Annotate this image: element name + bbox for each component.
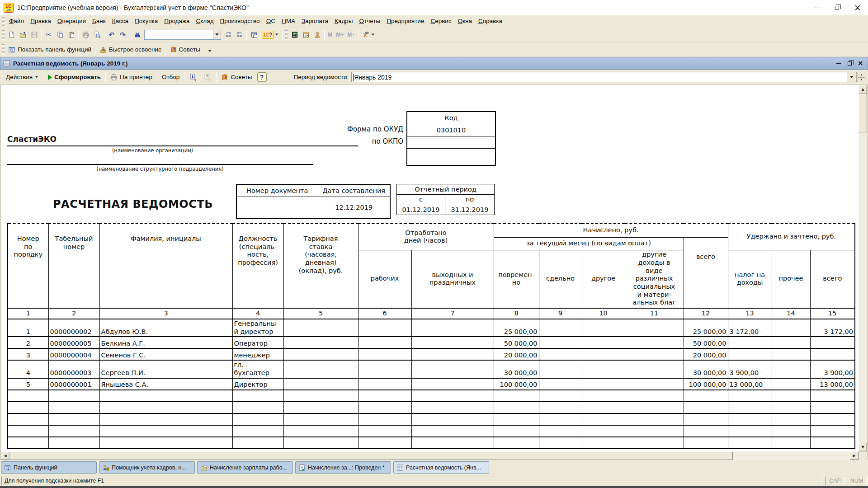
show-function-panel-button[interactable]: Показать панель функций xyxy=(6,44,97,55)
tips-button[interactable]: ? Советы xyxy=(168,44,206,55)
column-number[interactable]: 3 xyxy=(99,308,232,319)
table-cell[interactable] xyxy=(358,437,411,449)
okpo-value-cell[interactable] xyxy=(407,136,495,148)
table-cell[interactable] xyxy=(99,425,232,437)
table-cell[interactable] xyxy=(810,425,855,437)
table-cell[interactable] xyxy=(283,425,358,437)
table-cell[interactable] xyxy=(411,360,494,378)
group-header-withheld[interactable]: Удержано и зачтено, руб. xyxy=(728,224,855,250)
windows-list-button[interactable] xyxy=(248,29,259,40)
table-cell[interactable] xyxy=(810,390,855,402)
menu-os[interactable]: ОС xyxy=(263,16,278,26)
table-cell[interactable]: 5 xyxy=(8,378,48,390)
table-cell[interactable] xyxy=(625,378,684,390)
okud-value-cell[interactable]: 0301010 xyxy=(407,124,495,136)
table-cell[interactable] xyxy=(283,378,358,390)
table-cell[interactable]: 0000000001 xyxy=(48,378,99,390)
table-cell[interactable] xyxy=(283,319,358,337)
table-cell[interactable] xyxy=(728,348,772,360)
help-contents-button[interactable]: 1С? xyxy=(259,29,281,40)
advisor-button[interactable] xyxy=(311,29,323,40)
menu-enterprise[interactable]: Предприятие xyxy=(383,16,427,26)
vertical-scroll-thumb[interactable] xyxy=(859,94,867,132)
actions-button[interactable]: Действия xyxy=(3,72,42,82)
table-cell[interactable] xyxy=(494,425,539,437)
table-cell[interactable] xyxy=(48,413,99,425)
col-header-other-income[interactable]: другие доходы в виде различных социальны… xyxy=(625,250,684,308)
table-cell[interactable] xyxy=(494,390,539,402)
close-button[interactable]: ✕ xyxy=(847,0,868,15)
table-cell[interactable] xyxy=(539,378,582,390)
menu-windows[interactable]: Окна xyxy=(455,16,475,26)
restore-settings-button[interactable] xyxy=(200,72,215,83)
column-number[interactable]: 13 xyxy=(728,308,772,319)
column-number[interactable]: 12 xyxy=(684,308,728,319)
menu-sale[interactable]: Продажа xyxy=(161,16,193,26)
table-cell[interactable] xyxy=(411,402,494,413)
col-header-position[interactable]: Должность (специаль- ность, профессия) xyxy=(232,224,283,308)
table-cell[interactable] xyxy=(232,413,283,425)
column-number[interactable]: 6 xyxy=(358,308,411,319)
table-cell[interactable] xyxy=(772,437,810,449)
table-cell[interactable]: Абдулов Ю.В. xyxy=(99,319,232,337)
tab-payroll-list[interactable]: Начисление зарплаты рабо... xyxy=(197,461,293,474)
table-cell[interactable] xyxy=(539,425,582,437)
table-cell[interactable] xyxy=(810,348,855,360)
table-cell[interactable]: 13 000,00 xyxy=(810,378,855,390)
table-cell[interactable] xyxy=(772,360,810,378)
table-cell[interactable]: 3 172,00 xyxy=(810,319,855,337)
table-cell[interactable] xyxy=(539,402,582,413)
col-header-emp-no[interactable]: Табельный номер xyxy=(48,224,99,308)
tab-function-panel[interactable]: Панель функций xyxy=(1,461,97,474)
table-cell[interactable]: 50 000,00 xyxy=(494,337,539,348)
find-previous-button[interactable] xyxy=(234,29,245,40)
table-cell[interactable] xyxy=(728,337,772,348)
table-cell[interactable]: 2 xyxy=(8,337,48,348)
menu-help[interactable]: Справка xyxy=(475,16,505,26)
table-cell[interactable]: 0000000002 xyxy=(48,319,99,337)
table-cell[interactable] xyxy=(582,425,625,437)
table-cell[interactable] xyxy=(283,402,358,413)
table-cell[interactable] xyxy=(772,319,810,337)
subgroup-header-current-month[interactable]: за текущий месяц (по видам оплат) xyxy=(494,237,684,250)
calendar-button[interactable] xyxy=(300,29,311,40)
table-cell[interactable]: Белкина А.Г. xyxy=(99,337,232,348)
open-button[interactable] xyxy=(17,29,28,40)
vertical-scrollbar[interactable]: ▲ ▼ xyxy=(859,85,867,451)
table-cell[interactable] xyxy=(625,337,684,348)
table-cell[interactable] xyxy=(810,402,855,413)
report-period-header[interactable]: Отчетный период xyxy=(397,184,495,195)
search-input[interactable] xyxy=(145,30,213,39)
spin-down-icon[interactable]: ▼ xyxy=(858,77,865,83)
col-header-weekends[interactable]: выходных и праздничных xyxy=(411,250,494,308)
table-cell[interactable] xyxy=(772,378,810,390)
table-cell[interactable] xyxy=(8,402,48,413)
period-from-value[interactable]: 01.12.2019 xyxy=(397,204,445,215)
toolbar-grip[interactable] xyxy=(2,44,5,55)
table-cell[interactable] xyxy=(625,437,684,449)
table-cell[interactable] xyxy=(625,413,684,425)
col-header-income-tax[interactable]: налог на доходы xyxy=(728,250,772,308)
table-cell[interactable] xyxy=(539,413,582,425)
table-cell[interactable] xyxy=(358,319,411,337)
table-cell[interactable] xyxy=(684,402,728,413)
col-header-time-based[interactable]: повремен- но xyxy=(494,250,539,308)
scroll-down-icon[interactable]: ▼ xyxy=(859,443,867,451)
period-dropdown-button[interactable] xyxy=(847,72,857,82)
col-header-rate[interactable]: Тарифная ставка (часовая, дневная) (окла… xyxy=(283,224,358,308)
table-cell[interactable] xyxy=(8,390,48,402)
menu-hr[interactable]: Кадры xyxy=(331,16,356,26)
table-cell[interactable]: Семенов Г.С. xyxy=(99,348,232,360)
table-cell[interactable]: менеджер xyxy=(232,348,283,360)
table-cell[interactable] xyxy=(539,348,582,360)
table-cell[interactable] xyxy=(411,390,494,402)
group-header-accrued[interactable]: Начислено, руб. xyxy=(494,224,728,237)
table-cell[interactable]: 1 xyxy=(8,319,48,337)
table-cell[interactable] xyxy=(358,337,411,348)
table-cell[interactable]: 30 000,00 xyxy=(494,360,539,378)
table-cell[interactable]: 20 000,00 xyxy=(494,348,539,360)
table-cell[interactable] xyxy=(411,319,494,337)
column-number[interactable]: 8 xyxy=(494,308,539,319)
table-cell[interactable] xyxy=(358,378,411,390)
table-cell[interactable] xyxy=(8,437,48,449)
